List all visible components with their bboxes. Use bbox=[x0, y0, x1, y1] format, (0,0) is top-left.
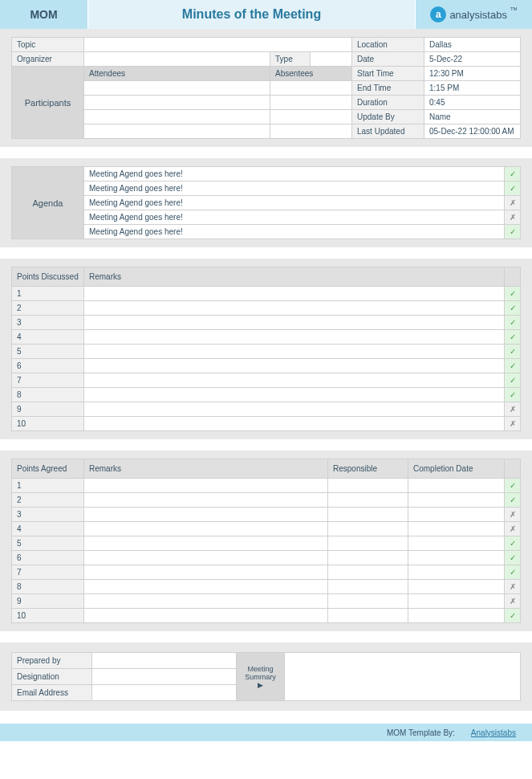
type-value[interactable] bbox=[311, 52, 352, 67]
agreed-status-header bbox=[505, 459, 521, 479]
absentee-cell[interactable] bbox=[270, 110, 352, 124]
remarks-cell[interactable] bbox=[84, 479, 328, 493]
completion-cell[interactable] bbox=[408, 580, 505, 594]
status-icon: ✓ bbox=[505, 565, 521, 580]
status-icon: ✓ bbox=[505, 167, 521, 181]
agreed-col3: Responsible bbox=[328, 459, 408, 479]
remarks-cell[interactable] bbox=[84, 493, 328, 508]
status-icon: ✓ bbox=[505, 479, 521, 493]
email-label: Email Address bbox=[12, 685, 92, 701]
responsible-cell[interactable] bbox=[328, 609, 408, 623]
type-label: Type bbox=[270, 52, 311, 67]
lastupdated-value[interactable]: 05-Dec-22 12:00:00 AM bbox=[424, 124, 521, 139]
row-num: 1 bbox=[12, 479, 84, 493]
agreed-section: Points Agreed Remarks Responsible Comple… bbox=[0, 451, 532, 631]
summary-value[interactable] bbox=[285, 653, 521, 701]
responsible-cell[interactable] bbox=[328, 594, 408, 609]
remarks-cell[interactable] bbox=[84, 594, 328, 609]
remarks-cell[interactable] bbox=[84, 301, 505, 316]
remarks-cell[interactable] bbox=[84, 522, 328, 536]
logo-icon: a bbox=[430, 6, 446, 22]
row-num: 7 bbox=[12, 373, 84, 388]
attendee-cell[interactable] bbox=[84, 110, 270, 124]
agenda-item[interactable]: Meeting Agend goes here! bbox=[84, 225, 505, 239]
remarks-cell[interactable] bbox=[84, 580, 328, 594]
remarks-cell[interactable] bbox=[84, 609, 328, 623]
completion-cell[interactable] bbox=[408, 565, 505, 580]
status-icon: ✓ bbox=[505, 345, 521, 359]
completion-cell[interactable] bbox=[408, 609, 505, 623]
responsible-cell[interactable] bbox=[328, 551, 408, 565]
status-icon: ✗ bbox=[505, 508, 521, 522]
attendee-cell[interactable] bbox=[84, 81, 270, 96]
prepared-value[interactable] bbox=[92, 653, 237, 669]
topic-value[interactable] bbox=[84, 38, 352, 52]
start-label: Start Time bbox=[352, 67, 424, 81]
agenda-item[interactable]: Meeting Agend goes here! bbox=[84, 167, 505, 181]
responsible-cell[interactable] bbox=[328, 522, 408, 536]
remarks-cell[interactable] bbox=[84, 551, 328, 565]
agreed-col1: Points Agreed bbox=[12, 459, 84, 479]
prepared-label: Prepared by bbox=[12, 653, 92, 669]
agreed-table: Points Agreed Remarks Responsible Comple… bbox=[11, 459, 521, 623]
status-icon: ✓ bbox=[505, 388, 521, 402]
completion-cell[interactable] bbox=[408, 508, 505, 522]
agenda-item[interactable]: Meeting Agend goes here! bbox=[84, 181, 505, 196]
remarks-cell[interactable] bbox=[84, 388, 505, 402]
remarks-cell[interactable] bbox=[84, 417, 505, 431]
agenda-item[interactable]: Meeting Agend goes here! bbox=[84, 196, 505, 210]
row-num: 5 bbox=[12, 345, 84, 359]
absentee-cell[interactable] bbox=[270, 124, 352, 139]
status-icon: ✗ bbox=[505, 522, 521, 536]
summary-label[interactable]: MeetingSummary▶ bbox=[237, 653, 285, 701]
location-value[interactable]: Dallas bbox=[424, 38, 521, 52]
remarks-cell[interactable] bbox=[84, 402, 505, 417]
attendee-cell[interactable] bbox=[84, 96, 270, 110]
status-icon: ✓ bbox=[505, 225, 521, 239]
attendee-cell[interactable] bbox=[84, 124, 270, 139]
agenda-item[interactable]: Meeting Agend goes here! bbox=[84, 210, 505, 225]
remarks-cell[interactable] bbox=[84, 316, 505, 330]
end-value[interactable]: 1:15 PM bbox=[424, 81, 521, 96]
responsible-cell[interactable] bbox=[328, 536, 408, 551]
remarks-cell[interactable] bbox=[84, 345, 505, 359]
designation-label: Designation bbox=[12, 669, 92, 685]
completion-cell[interactable] bbox=[408, 479, 505, 493]
row-num: 10 bbox=[12, 609, 84, 623]
credit-link[interactable]: Analysistabs bbox=[471, 728, 516, 737]
absentee-cell[interactable] bbox=[270, 96, 352, 110]
remarks-cell[interactable] bbox=[84, 373, 505, 388]
status-icon: ✓ bbox=[505, 359, 521, 373]
remarks-cell[interactable] bbox=[84, 536, 328, 551]
remarks-cell[interactable] bbox=[84, 508, 328, 522]
completion-cell[interactable] bbox=[408, 594, 505, 609]
responsible-cell[interactable] bbox=[328, 493, 408, 508]
row-num: 6 bbox=[12, 359, 84, 373]
duration-value[interactable]: 0:45 bbox=[424, 96, 521, 110]
remarks-cell[interactable] bbox=[84, 565, 328, 580]
updateby-value[interactable]: Name bbox=[424, 110, 521, 124]
completion-cell[interactable] bbox=[408, 493, 505, 508]
responsible-cell[interactable] bbox=[328, 479, 408, 493]
designation-value[interactable] bbox=[92, 669, 237, 685]
absentee-cell[interactable] bbox=[270, 81, 352, 96]
agenda-section: AgendaMeeting Agend goes here!✓Meeting A… bbox=[0, 158, 532, 247]
responsible-cell[interactable] bbox=[328, 565, 408, 580]
organizer-value[interactable] bbox=[84, 52, 270, 67]
responsible-cell[interactable] bbox=[328, 580, 408, 594]
date-value[interactable]: 5-Dec-22 bbox=[424, 52, 521, 67]
remarks-cell[interactable] bbox=[84, 359, 505, 373]
remarks-cell[interactable] bbox=[84, 330, 505, 345]
completion-cell[interactable] bbox=[408, 522, 505, 536]
completion-cell[interactable] bbox=[408, 536, 505, 551]
completion-cell[interactable] bbox=[408, 551, 505, 565]
start-value[interactable]: 12:30 PM bbox=[424, 67, 521, 81]
remarks-cell[interactable] bbox=[84, 287, 505, 301]
info-section: Topic Location Dallas Organizer Type Dat… bbox=[0, 29, 532, 147]
email-value[interactable] bbox=[92, 685, 237, 701]
row-num: 1 bbox=[12, 287, 84, 301]
status-icon: ✗ bbox=[505, 594, 521, 609]
info-table: Topic Location Dallas Organizer Type Dat… bbox=[11, 37, 521, 139]
responsible-cell[interactable] bbox=[328, 508, 408, 522]
agenda-label: Agenda bbox=[12, 167, 84, 239]
